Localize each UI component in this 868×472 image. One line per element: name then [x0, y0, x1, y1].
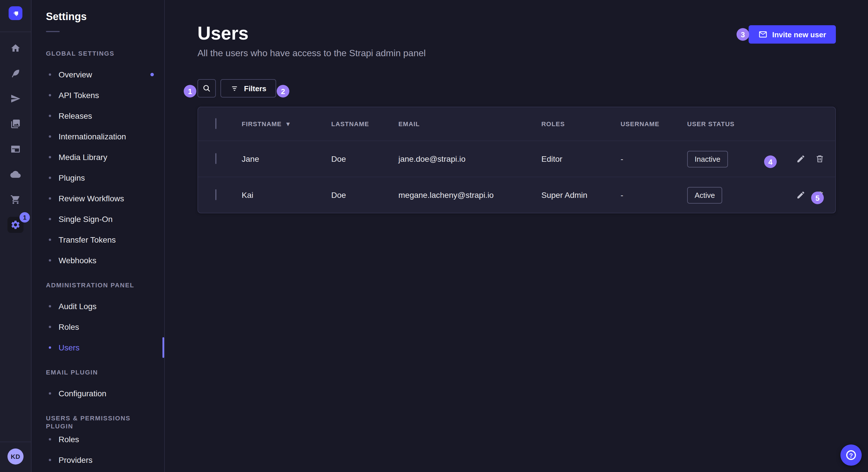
- pencil-icon: [796, 154, 805, 164]
- sidebar-item-media-library[interactable]: Media Library: [32, 147, 164, 167]
- sidebar-item-transfer-tokens[interactable]: Transfer Tokens: [32, 229, 164, 250]
- sidebar-item-email-configuration[interactable]: Configuration: [32, 383, 164, 404]
- table-header-row: FIRSTNAME ▼ LASTNAME EMAIL ROLES USERNAM…: [198, 107, 835, 140]
- annotation-badge-2: 2: [277, 85, 289, 98]
- edit-user-button[interactable]: [796, 190, 806, 200]
- envelope-icon: [758, 30, 768, 39]
- nav-settings-button[interactable]: 1: [7, 217, 24, 233]
- annotation-badge-4: 4: [764, 156, 777, 168]
- invite-new-user-button[interactable]: Invite new user: [749, 25, 836, 43]
- home-icon: [10, 43, 21, 53]
- cell-email: megane.lacheny@strapi.io: [398, 191, 541, 200]
- bullet-icon: [49, 438, 51, 440]
- nav-home-button[interactable]: [7, 40, 24, 56]
- bullet-icon: [49, 259, 51, 262]
- bullet-icon: [49, 73, 51, 76]
- row-checkbox[interactable]: [215, 189, 216, 200]
- filters-button[interactable]: Filters: [220, 79, 276, 98]
- cell-username: -: [621, 154, 687, 164]
- nav-deploy-button[interactable]: [7, 91, 24, 107]
- bullet-icon: [49, 392, 51, 395]
- question-mark-icon: ?: [846, 450, 856, 460]
- sidebar-item-admin-roles[interactable]: Roles: [32, 316, 164, 337]
- overview-notification-dot: [150, 73, 154, 76]
- page-header: Users All the users who have access to t…: [165, 0, 868, 59]
- main-nav-rail: 1 KD: [0, 0, 32, 472]
- section-label: USERS & PERMISSIONS PLUGIN: [32, 414, 164, 422]
- bullet-icon: [49, 346, 51, 349]
- annotation-badge-3: 3: [737, 28, 749, 41]
- cell-firstname: Jane: [242, 154, 331, 164]
- strapi-admin-app: 1 KD Settings GLOBAL SETTINGS Overview A…: [0, 0, 868, 472]
- users-table: FIRSTNAME ▼ LASTNAME EMAIL ROLES USERNAM…: [197, 107, 836, 213]
- sidebar-item-single-sign-on[interactable]: Single Sign-On: [32, 209, 164, 229]
- pencil-icon: [796, 191, 805, 200]
- sidebar-item-up-providers[interactable]: Providers: [32, 450, 164, 470]
- bullet-icon: [49, 459, 51, 461]
- paper-plane-icon: [10, 94, 21, 104]
- sidebar-item-releases[interactable]: Releases: [32, 105, 164, 126]
- main-content: Users All the users who have access to t…: [165, 0, 868, 472]
- nav-marketplace-button[interactable]: [7, 192, 24, 208]
- sidebar-item-webhooks[interactable]: Webhooks: [32, 250, 164, 271]
- strapi-logo[interactable]: [9, 6, 22, 20]
- status-badge: Inactive: [687, 150, 728, 167]
- user-avatar[interactable]: KD: [7, 448, 24, 465]
- sidebar-item-up-roles[interactable]: Roles: [32, 429, 164, 450]
- page-title: Users: [197, 23, 426, 43]
- bullet-icon: [49, 218, 51, 220]
- status-badge: Active: [687, 187, 722, 203]
- sidebar-item-api-tokens[interactable]: API Tokens: [32, 85, 164, 105]
- column-header-username: USERNAME: [621, 121, 687, 127]
- nav-media-library-button[interactable]: [7, 116, 24, 132]
- settings-nav-title: Settings: [46, 10, 150, 23]
- sidebar-item-plugins[interactable]: Plugins: [32, 167, 164, 188]
- nav-content-manager-button[interactable]: [7, 141, 24, 157]
- bullet-icon: [49, 177, 51, 179]
- sidebar-item-review-workflows[interactable]: Review Workflows: [32, 188, 164, 209]
- section-administration-panel: ADMINISTRATION PANEL Audit Logs Roles Us…: [32, 281, 164, 358]
- bullet-icon: [49, 94, 51, 96]
- strapi-logo-icon: [11, 9, 20, 18]
- section-users-permissions-plugin: USERS & PERMISSIONS PLUGIN Roles Provide…: [32, 414, 164, 470]
- cloud-icon: [10, 169, 21, 179]
- sidebar-item-audit-logs[interactable]: Audit Logs: [32, 296, 164, 316]
- nav-cloud-button[interactable]: [7, 166, 24, 182]
- gear-icon: [10, 220, 21, 230]
- column-header-roles: ROLES: [541, 121, 621, 127]
- column-header-user-status: USER STATUS: [687, 121, 768, 127]
- bullet-icon: [49, 156, 51, 158]
- rail-divider: [0, 32, 31, 32]
- sidebar-item-users[interactable]: Users: [32, 337, 164, 358]
- edit-user-button[interactable]: [796, 154, 806, 164]
- rail-bottom-divider: [0, 442, 31, 442]
- sort-descending-icon[interactable]: ▼: [286, 121, 290, 127]
- filter-icon: [230, 84, 239, 93]
- settings-subnav: Settings GLOBAL SETTINGS Overview API To…: [32, 0, 165, 472]
- search-button[interactable]: [197, 79, 216, 98]
- bullet-icon: [49, 115, 51, 117]
- nav-content-type-builder-button[interactable]: [7, 65, 24, 81]
- section-label: ADMINISTRATION PANEL: [32, 281, 164, 289]
- delete-user-button[interactable]: [815, 154, 825, 164]
- sidebar-item-internationalization[interactable]: Internationalization: [32, 126, 164, 147]
- layout-panel-icon: [10, 144, 21, 154]
- cell-lastname: Doe: [331, 154, 398, 164]
- help-button[interactable]: ?: [840, 444, 862, 466]
- column-header-email: EMAIL: [398, 121, 541, 127]
- table-row-kai[interactable]: Kai Doe megane.lacheny@strapi.io Super A…: [198, 177, 835, 213]
- feather-icon: [10, 68, 21, 78]
- table-row-jane[interactable]: Jane Doe jane.doe@strapi.io Editor - Ina…: [198, 140, 835, 177]
- column-header-firstname[interactable]: FIRSTNAME ▼: [242, 121, 331, 127]
- annotation-badge-5: 5: [811, 192, 824, 204]
- cell-roles: Editor: [541, 154, 621, 164]
- settings-notification-badge: 1: [20, 212, 30, 223]
- row-checkbox[interactable]: [215, 153, 216, 164]
- bullet-icon: [49, 239, 51, 241]
- sidebar-item-overview[interactable]: Overview: [32, 64, 164, 85]
- section-global-settings: GLOBAL SETTINGS Overview API Tokens Rele…: [32, 49, 164, 271]
- section-label: EMAIL PLUGIN: [32, 368, 164, 376]
- table-controls: Filters: [165, 79, 868, 98]
- select-all-checkbox[interactable]: [215, 118, 216, 129]
- shopping-cart-icon: [10, 194, 21, 205]
